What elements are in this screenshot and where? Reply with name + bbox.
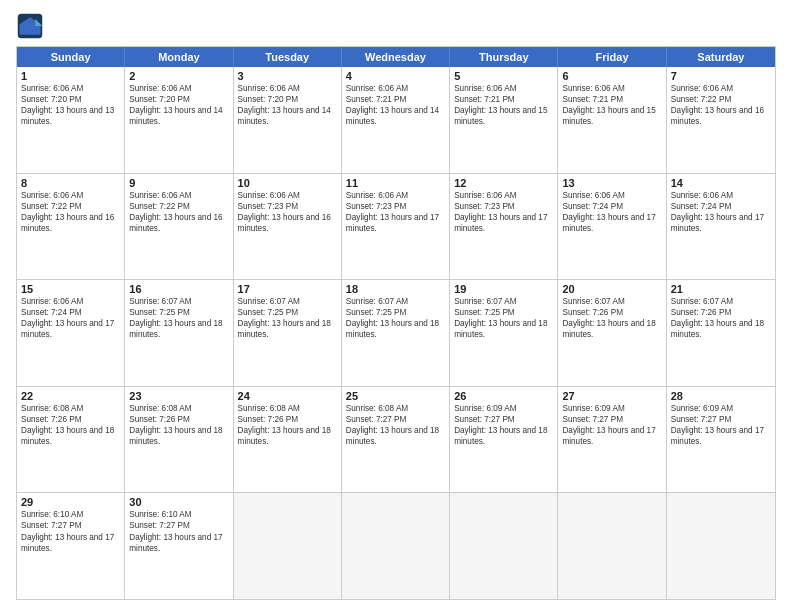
cal-cell: 5 Sunrise: 6:06 AM Sunset: 7:21 PM Dayli… <box>450 67 558 173</box>
cal-cell: 23 Sunrise: 6:08 AM Sunset: 7:26 PM Dayl… <box>125 387 233 493</box>
sunrise-line: Sunrise: 6:06 AM <box>454 190 553 201</box>
daylight-line: Daylight: 13 hours and 18 minutes. <box>129 425 228 447</box>
day-number: 22 <box>21 390 120 402</box>
cal-cell: 10 Sunrise: 6:06 AM Sunset: 7:23 PM Dayl… <box>234 174 342 280</box>
sunrise-line: Sunrise: 6:06 AM <box>21 296 120 307</box>
sunrise-line: Sunrise: 6:09 AM <box>562 403 661 414</box>
day-number: 2 <box>129 70 228 82</box>
day-number: 21 <box>671 283 771 295</box>
sunset-line: Sunset: 7:21 PM <box>346 94 445 105</box>
day-number: 10 <box>238 177 337 189</box>
cal-cell: 21 Sunrise: 6:07 AM Sunset: 7:26 PM Dayl… <box>667 280 775 386</box>
sunset-line: Sunset: 7:23 PM <box>346 201 445 212</box>
sunrise-line: Sunrise: 6:09 AM <box>454 403 553 414</box>
sunset-line: Sunset: 7:27 PM <box>562 414 661 425</box>
week-row-5: 29 Sunrise: 6:10 AM Sunset: 7:27 PM Dayl… <box>17 492 775 599</box>
page: Sunday Monday Tuesday Wednesday Thursday… <box>0 0 792 612</box>
cal-cell: 9 Sunrise: 6:06 AM Sunset: 7:22 PM Dayli… <box>125 174 233 280</box>
daylight-line: Daylight: 13 hours and 18 minutes. <box>346 425 445 447</box>
day-number: 8 <box>21 177 120 189</box>
sunset-line: Sunset: 7:27 PM <box>346 414 445 425</box>
daylight-line: Daylight: 13 hours and 16 minutes. <box>238 212 337 234</box>
cal-cell: 7 Sunrise: 6:06 AM Sunset: 7:22 PM Dayli… <box>667 67 775 173</box>
cal-cell: 27 Sunrise: 6:09 AM Sunset: 7:27 PM Dayl… <box>558 387 666 493</box>
calendar-body: 1 Sunrise: 6:06 AM Sunset: 7:20 PM Dayli… <box>17 67 775 599</box>
sunset-line: Sunset: 7:25 PM <box>129 307 228 318</box>
cal-cell: 2 Sunrise: 6:06 AM Sunset: 7:20 PM Dayli… <box>125 67 233 173</box>
daylight-line: Daylight: 13 hours and 15 minutes. <box>454 105 553 127</box>
sunrise-line: Sunrise: 6:06 AM <box>671 190 771 201</box>
header-friday: Friday <box>558 47 666 67</box>
daylight-line: Daylight: 13 hours and 18 minutes. <box>238 318 337 340</box>
cal-cell: 12 Sunrise: 6:06 AM Sunset: 7:23 PM Dayl… <box>450 174 558 280</box>
calendar: Sunday Monday Tuesday Wednesday Thursday… <box>16 46 776 600</box>
sunset-line: Sunset: 7:23 PM <box>454 201 553 212</box>
day-number: 24 <box>238 390 337 402</box>
sunset-line: Sunset: 7:22 PM <box>129 201 228 212</box>
sunrise-line: Sunrise: 6:08 AM <box>21 403 120 414</box>
sunset-line: Sunset: 7:27 PM <box>454 414 553 425</box>
daylight-line: Daylight: 13 hours and 18 minutes. <box>454 318 553 340</box>
day-number: 20 <box>562 283 661 295</box>
sunrise-line: Sunrise: 6:08 AM <box>346 403 445 414</box>
daylight-line: Daylight: 13 hours and 18 minutes. <box>454 425 553 447</box>
day-number: 6 <box>562 70 661 82</box>
day-number: 25 <box>346 390 445 402</box>
cal-cell: 17 Sunrise: 6:07 AM Sunset: 7:25 PM Dayl… <box>234 280 342 386</box>
sunrise-line: Sunrise: 6:09 AM <box>671 403 771 414</box>
day-number: 5 <box>454 70 553 82</box>
sunrise-line: Sunrise: 6:06 AM <box>562 190 661 201</box>
sunrise-line: Sunrise: 6:07 AM <box>454 296 553 307</box>
cal-cell: 13 Sunrise: 6:06 AM Sunset: 7:24 PM Dayl… <box>558 174 666 280</box>
daylight-line: Daylight: 13 hours and 18 minutes. <box>238 425 337 447</box>
daylight-line: Daylight: 13 hours and 16 minutes. <box>129 212 228 234</box>
day-number: 1 <box>21 70 120 82</box>
cal-cell: 24 Sunrise: 6:08 AM Sunset: 7:26 PM Dayl… <box>234 387 342 493</box>
day-number: 27 <box>562 390 661 402</box>
sunset-line: Sunset: 7:24 PM <box>671 201 771 212</box>
sunset-line: Sunset: 7:27 PM <box>671 414 771 425</box>
cal-cell <box>450 493 558 599</box>
daylight-line: Daylight: 13 hours and 17 minutes. <box>21 532 120 554</box>
sunset-line: Sunset: 7:25 PM <box>346 307 445 318</box>
sunrise-line: Sunrise: 6:06 AM <box>129 83 228 94</box>
daylight-line: Daylight: 13 hours and 18 minutes. <box>671 318 771 340</box>
sunrise-line: Sunrise: 6:06 AM <box>562 83 661 94</box>
cal-cell: 16 Sunrise: 6:07 AM Sunset: 7:25 PM Dayl… <box>125 280 233 386</box>
day-number: 12 <box>454 177 553 189</box>
header <box>16 12 776 40</box>
day-number: 16 <box>129 283 228 295</box>
day-number: 14 <box>671 177 771 189</box>
cal-cell: 26 Sunrise: 6:09 AM Sunset: 7:27 PM Dayl… <box>450 387 558 493</box>
sunset-line: Sunset: 7:23 PM <box>238 201 337 212</box>
day-number: 26 <box>454 390 553 402</box>
day-number: 29 <box>21 496 120 508</box>
sunrise-line: Sunrise: 6:08 AM <box>129 403 228 414</box>
day-number: 19 <box>454 283 553 295</box>
sunset-line: Sunset: 7:26 PM <box>21 414 120 425</box>
sunrise-line: Sunrise: 6:07 AM <box>562 296 661 307</box>
logo-icon <box>16 12 44 40</box>
day-number: 17 <box>238 283 337 295</box>
daylight-line: Daylight: 13 hours and 14 minutes. <box>129 105 228 127</box>
cal-cell: 11 Sunrise: 6:06 AM Sunset: 7:23 PM Dayl… <box>342 174 450 280</box>
cal-cell: 1 Sunrise: 6:06 AM Sunset: 7:20 PM Dayli… <box>17 67 125 173</box>
sunrise-line: Sunrise: 6:06 AM <box>129 190 228 201</box>
sunset-line: Sunset: 7:21 PM <box>454 94 553 105</box>
sunrise-line: Sunrise: 6:10 AM <box>129 509 228 520</box>
daylight-line: Daylight: 13 hours and 17 minutes. <box>21 318 120 340</box>
sunset-line: Sunset: 7:24 PM <box>21 307 120 318</box>
cal-cell: 8 Sunrise: 6:06 AM Sunset: 7:22 PM Dayli… <box>17 174 125 280</box>
day-number: 9 <box>129 177 228 189</box>
cal-cell: 3 Sunrise: 6:06 AM Sunset: 7:20 PM Dayli… <box>234 67 342 173</box>
day-number: 11 <box>346 177 445 189</box>
day-number: 13 <box>562 177 661 189</box>
sunrise-line: Sunrise: 6:08 AM <box>238 403 337 414</box>
cal-cell: 30 Sunrise: 6:10 AM Sunset: 7:27 PM Dayl… <box>125 493 233 599</box>
day-number: 15 <box>21 283 120 295</box>
sunset-line: Sunset: 7:26 PM <box>562 307 661 318</box>
sunset-line: Sunset: 7:20 PM <box>21 94 120 105</box>
sunset-line: Sunset: 7:26 PM <box>238 414 337 425</box>
daylight-line: Daylight: 13 hours and 17 minutes. <box>562 425 661 447</box>
daylight-line: Daylight: 13 hours and 17 minutes. <box>562 212 661 234</box>
